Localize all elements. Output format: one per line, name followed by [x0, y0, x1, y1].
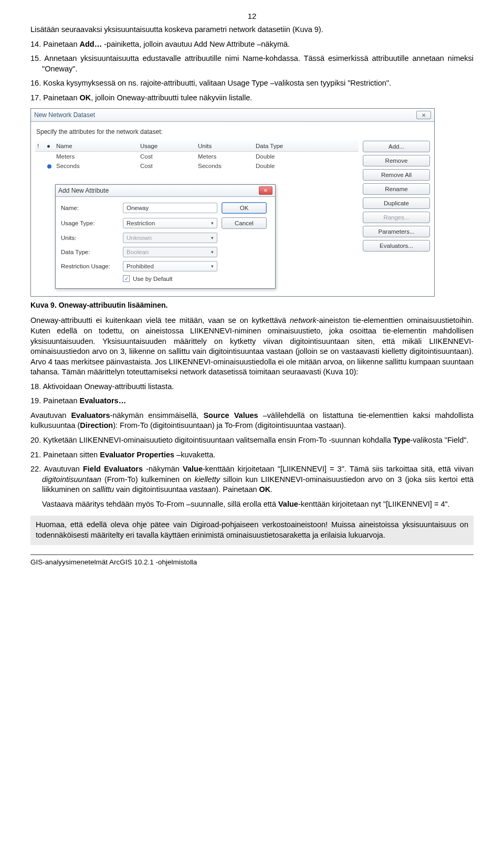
- oneway-explanation: Oneway-attribuutti ei kuitenkaan vielä t…: [30, 316, 474, 377]
- caption9-text: Kuva 9. Oneway-attribuutin lisääminen.: [30, 301, 167, 309]
- s22n: OK: [259, 485, 271, 494]
- cell-name: Meters: [54, 153, 138, 160]
- s22k: vain digitointisuuntaa: [114, 485, 190, 494]
- step-21: 21. Painetaan sitten Evaluator Propertie…: [30, 450, 474, 460]
- s22m: ). Painetaan: [216, 485, 259, 494]
- col-units: Units: [196, 142, 254, 150]
- parameters-button[interactable]: Parameters...: [363, 226, 430, 237]
- datatype-value: Boolean: [127, 249, 149, 255]
- cell-units: Seconds: [196, 162, 254, 171]
- s21c: –kuvaketta.: [174, 451, 215, 459]
- mid3: -aineiston tie-elementtien ominaisuustie…: [30, 316, 474, 376]
- use-default-checkbox[interactable]: ✓: [123, 275, 130, 282]
- step-18: 18. Aktivoidaan Oneway-attribuutti lista…: [30, 382, 474, 392]
- step17-b: OK: [80, 93, 91, 102]
- intro-paragraph: Lisätään seuraavaksi yksisuuntaisuutta k…: [30, 25, 474, 35]
- evaluators-paragraph: Avautuvan Evaluators-näkymän ensimmäisel…: [30, 411, 474, 431]
- add-button[interactable]: Add...: [363, 141, 430, 152]
- cell-datatype: Double: [254, 153, 317, 160]
- close-icon[interactable]: ✕: [416, 111, 431, 119]
- add-attribute-dialog: Add New Attribute ✕ Name: Oneway OK: [55, 184, 276, 289]
- tofrom-paragraph: Vastaava määritys tehdään myös To-From –…: [30, 499, 474, 510]
- chevron-down-icon: ▾: [211, 221, 214, 226]
- table-header: ! ● Name Usage Units Data Type: [35, 141, 359, 152]
- cancel-button[interactable]: Cancel: [222, 217, 267, 229]
- ok-button[interactable]: OK: [222, 202, 267, 214]
- step-19: 19. Painetaan Evaluators…: [30, 396, 474, 406]
- evaluators-button[interactable]: Evaluators...: [363, 240, 430, 252]
- cell-usage: Cost: [138, 162, 196, 171]
- tfc: -kenttään kirjoitetaan nyt "[LIIKENNEVI]…: [298, 500, 450, 508]
- e6: Direction: [80, 421, 113, 429]
- col-usage: Usage: [138, 142, 196, 150]
- step-14: 14. Painetaan Add… -painiketta, jolloin …: [30, 39, 474, 50]
- step-20: 20. Kytketään LIIKENNEVI-ominaisuutieto …: [30, 435, 474, 446]
- s22l: vastaan: [190, 485, 216, 494]
- units-value: Unknown: [127, 235, 152, 241]
- s20c: -valikosta "Field".: [411, 436, 469, 444]
- restriction-usage-select[interactable]: Prohibited ▾: [123, 261, 217, 271]
- note-box: Huomaa, että edellä oleva ohje pätee vai…: [30, 516, 474, 544]
- s20b: Type: [393, 436, 411, 444]
- dialog-prompt: Specify the attributes for the network d…: [36, 128, 430, 135]
- modal-title-text: Add New Attribute: [58, 187, 109, 194]
- label-usage: Usage Type:: [61, 220, 119, 226]
- s22g: (From-To) kulkeminen on: [101, 475, 195, 484]
- units-select: Unknown ▾: [123, 233, 217, 243]
- label-restriction-usage: Restriction Usage:: [61, 263, 119, 269]
- step17-c: , jolloin Oneway-attribuutti tulee näkyv…: [91, 93, 252, 102]
- footer-separator: [30, 554, 474, 555]
- s20a: 20. Kytketään LIIKENNEVI-ominaisuutieto …: [30, 436, 393, 444]
- step19-a: 19. Painetaan: [30, 396, 80, 405]
- mid1: Oneway-attribuutti ei kuitenkaan vielä t…: [30, 316, 290, 324]
- tfb: Value: [278, 500, 298, 508]
- col-default: ●: [45, 142, 54, 150]
- step-17: 17. Painetaan OK, jolloin Oneway-attribu…: [30, 93, 474, 103]
- outer-title-text: New Network Dataset: [34, 111, 95, 119]
- e3: -näkymän ensimmäisellä,: [110, 411, 204, 420]
- default-bullet-icon: [47, 164, 51, 169]
- cell-usage: Cost: [138, 153, 196, 160]
- close-icon[interactable]: ✕: [259, 186, 272, 195]
- s22h: kielletty: [195, 475, 220, 484]
- e4: Source Values: [203, 411, 258, 420]
- mid2: network: [290, 316, 317, 324]
- s21a: 21. Painetaan sitten: [30, 451, 100, 459]
- datatype-select: Boolean ▾: [123, 247, 217, 257]
- cell-name: Seconds: [54, 162, 138, 171]
- label-name: Name:: [61, 205, 119, 211]
- table-row[interactable]: Meters Cost Meters Double: [35, 152, 359, 161]
- step14-a: 14. Painetaan: [30, 40, 80, 48]
- usage-type-select[interactable]: Restriction ▾: [123, 218, 217, 228]
- s22e: -kenttään kirjoitetaan "[LIIKENNEVI] = 3…: [203, 465, 474, 473]
- s22d: Value: [183, 465, 203, 473]
- use-default-label: Use by Default: [133, 276, 172, 282]
- duplicate-button[interactable]: Duplicate: [363, 197, 430, 209]
- chevron-down-icon: ▾: [211, 264, 214, 269]
- s22o: .: [270, 485, 272, 494]
- chevron-down-icon: ▾: [211, 249, 214, 255]
- screenshot-figure: New Network Dataset ✕ Specify the attrib…: [30, 108, 435, 297]
- page-number: 12: [30, 12, 474, 20]
- step-16: 16. Koska kysymyksessä on ns. rajoite-at…: [30, 78, 474, 89]
- cell-units: Meters: [196, 153, 254, 160]
- ranges-button[interactable]: Ranges...: [363, 212, 430, 223]
- step19-b: Evaluators…: [80, 396, 127, 405]
- e1: Avautuvan: [30, 411, 71, 420]
- step17-a: 17. Painetaan: [30, 93, 80, 102]
- label-datatype: Data Type:: [61, 249, 119, 255]
- table-row[interactable]: Seconds Cost Seconds Double: [35, 161, 359, 172]
- step14-c: -painiketta, jolloin avautuu Add New Att…: [102, 40, 290, 48]
- rename-button[interactable]: Rename: [363, 183, 430, 195]
- step-15: 15. Annetaan yksisuuntaisuutta edustaval…: [30, 54, 474, 74]
- tfa: Vastaava määritys tehdään myös To-From –…: [42, 500, 278, 508]
- s22a: 22. Avautuvan: [30, 465, 83, 473]
- remove-button[interactable]: Remove: [363, 155, 430, 166]
- outer-titlebar: New Network Dataset ✕: [31, 109, 434, 122]
- s22j: sallittu: [92, 485, 114, 494]
- col-name: Name: [54, 142, 138, 150]
- figure-caption-9: Kuva 9. Oneway-attribuutin lisääminen.: [30, 301, 474, 309]
- remove-all-button[interactable]: Remove All: [363, 169, 430, 181]
- step14-b: Add…: [80, 40, 102, 48]
- name-field[interactable]: Oneway: [123, 203, 217, 213]
